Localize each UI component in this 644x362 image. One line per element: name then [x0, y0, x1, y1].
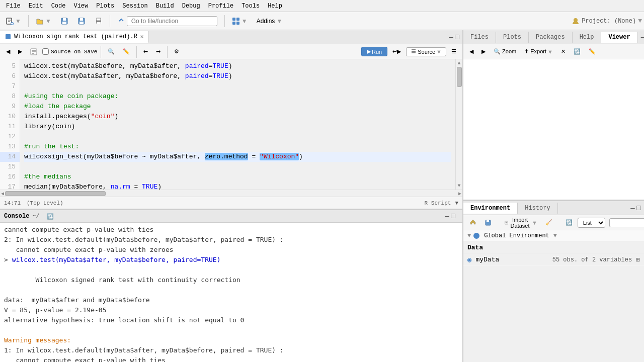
search-button[interactable]: 🔍	[105, 47, 118, 56]
compile-button[interactable]: ⚙	[171, 47, 182, 56]
menu-build[interactable]: Build	[152, 2, 178, 11]
console-pane: Console ~/ 🔃 — □ cannot compute exact p-…	[0, 209, 462, 362]
env-search-input[interactable]	[609, 218, 644, 227]
env-collapse-icon[interactable]: ▼	[467, 232, 471, 239]
menu-bar: File Edit Code View Plots Session Build …	[0, 0, 644, 12]
outdent-button[interactable]: ⬅	[140, 47, 151, 56]
scroll-thumb[interactable]	[457, 67, 462, 87]
scroll-track[interactable]	[457, 67, 462, 182]
hscroll-thumb[interactable]	[5, 191, 106, 196]
editor-minimize-button[interactable]: —	[449, 33, 453, 41]
editor-maximize-button[interactable]: □	[455, 33, 459, 41]
menu-help[interactable]: Help	[264, 2, 286, 11]
re-run-button[interactable]: ↩▶	[389, 47, 404, 56]
navigate-forward-button[interactable]: ▶	[15, 47, 25, 56]
source-active-button[interactable]	[27, 47, 40, 57]
hscroll-right-arrow[interactable]: ▶	[457, 191, 462, 197]
save-workspace-button[interactable]	[481, 218, 495, 228]
svg-rect-19	[487, 220, 489, 222]
run-button[interactable]: ▶ Run	[361, 47, 387, 56]
addins-button[interactable]: Addins ▼	[253, 16, 286, 26]
viewer-export-button[interactable]: ⬆ Export ▼	[521, 47, 556, 56]
source-on-save-checkbox[interactable]	[42, 48, 49, 55]
env-panel-maximize[interactable]: □	[637, 204, 641, 212]
console-line-5	[4, 265, 458, 275]
scroll-up-arrow[interactable]: ▲	[457, 60, 460, 66]
hscroll-track[interactable]	[5, 191, 457, 196]
console-minimize-button[interactable]: —	[445, 212, 449, 220]
go-to-function-button[interactable]	[114, 15, 221, 28]
env-dropdown-arrow[interactable]: ▼	[553, 232, 557, 239]
new-script-button[interactable]: ▼	[2, 16, 25, 27]
workspace-button[interactable]: ▼	[228, 16, 251, 27]
indent-button[interactable]: ➡	[153, 47, 164, 56]
viewer-clear-button[interactable]: ✕	[558, 47, 569, 56]
editor-scrollbar[interactable]: ▲ ▼	[455, 59, 462, 190]
tab-plots[interactable]: Plots	[496, 32, 529, 43]
tab-environment[interactable]: Environment	[463, 203, 518, 214]
go-to-input[interactable]	[127, 16, 217, 26]
menu-edit[interactable]: Edit	[25, 2, 47, 11]
menu-file[interactable]: File	[2, 2, 25, 11]
code-scroll[interactable]: 5 6 7 8 9 10 11 12 13 14 15 16 1	[0, 59, 455, 190]
navigate-back-button[interactable]: ◀	[3, 47, 13, 56]
console-line-13: 1: In wilcox.test.default(myData$after, …	[4, 345, 458, 355]
menu-tools[interactable]: Tools	[237, 2, 264, 11]
console-line-2: 2: In wilcox.test.default(myData$before,…	[4, 235, 458, 245]
tab-help[interactable]: Help	[573, 32, 602, 43]
line-num-12: 12	[0, 132, 20, 142]
run-icon: ▶	[367, 48, 371, 55]
right-panel: Files Plots Packages Help Viewer — □ ◀ ▶…	[463, 30, 644, 362]
menu-profile[interactable]: Profile	[204, 2, 237, 11]
viewer-zoom-button[interactable]: 🔍 Zoom	[491, 47, 519, 56]
load-workspace-button[interactable]	[466, 218, 479, 228]
save-button[interactable]	[57, 16, 72, 27]
env-tabs: Environment History — □	[463, 201, 644, 215]
menu-session[interactable]: Session	[118, 2, 151, 11]
more-options-button[interactable]: ☰	[448, 47, 459, 56]
console-maximize-button[interactable]: □	[451, 212, 455, 220]
data-row-mydata: ◉ myData 55 obs. of 2 variables ⊞	[463, 254, 644, 266]
tab-history[interactable]: History	[518, 203, 557, 214]
top-panel: Files Plots Packages Help Viewer — □ ◀ ▶…	[463, 30, 644, 201]
project-area: Project: (None) ▼	[572, 17, 642, 25]
tab-close-button[interactable]: ✕	[140, 33, 144, 40]
tab-filename: Wilcoxon sign rank test (paired).R	[14, 33, 137, 40]
refresh-env-button[interactable]: 🔃	[562, 218, 576, 227]
viewer-forward-button[interactable]: ▶	[478, 47, 489, 56]
spellcheck-button[interactable]: ✏️	[120, 47, 133, 56]
print-button[interactable]	[91, 16, 106, 27]
top-panel-minimize[interactable]: —	[641, 33, 644, 41]
env-panel-minimize[interactable]: —	[630, 204, 634, 212]
data-grid-view-icon[interactable]: ⊞	[636, 256, 640, 264]
menu-debug[interactable]: Debug	[178, 2, 204, 11]
editor-tab-main[interactable]: Wilcoxon sign rank test (paired).R ✕	[0, 31, 149, 43]
save-all-button[interactable]	[74, 16, 89, 27]
import-dataset-button[interactable]: Import Dataset ▼	[502, 215, 540, 230]
source-button[interactable]: Source ▼	[406, 47, 446, 56]
console-content[interactable]: cannot compute exact p-value with ties 2…	[0, 223, 462, 362]
menu-view[interactable]: View	[69, 2, 92, 11]
viewer-back-button[interactable]: ◀	[466, 47, 476, 56]
view-mode-select[interactable]: List Grid	[578, 218, 605, 228]
run-label: Run	[372, 49, 382, 55]
tab-files[interactable]: Files	[463, 32, 496, 43]
code-line-13: #run the test:	[24, 142, 451, 152]
hscroll-left-arrow[interactable]: ◀	[0, 191, 5, 197]
menu-plots[interactable]: Plots	[92, 2, 118, 11]
menu-code[interactable]: Code	[47, 2, 70, 11]
tab-packages[interactable]: Packages	[529, 32, 573, 43]
console-clear-button[interactable]: 🔃	[44, 212, 57, 221]
script-type-arrow[interactable]: ▼	[455, 200, 458, 206]
open-file-button[interactable]: ▼	[32, 16, 55, 27]
viewer-refresh-button[interactable]: 🔃	[571, 47, 584, 56]
editor-toolbar: ◀ ▶ Source on Save 🔍 ✏️ ⬅ ➡ ⚙	[0, 44, 462, 59]
editor-hscrollbar[interactable]: ◀ ▶	[0, 190, 462, 197]
source-on-save-label[interactable]: Source on Save	[42, 48, 97, 55]
viewer-more-button[interactable]: ✏️	[586, 47, 599, 56]
svg-point-21	[473, 233, 479, 239]
tab-viewer[interactable]: Viewer	[601, 32, 637, 43]
scroll-down-arrow[interactable]: ▼	[457, 183, 460, 189]
clear-objects-button[interactable]: 🧹	[542, 218, 555, 227]
code-line-9: #load the package	[24, 102, 451, 112]
